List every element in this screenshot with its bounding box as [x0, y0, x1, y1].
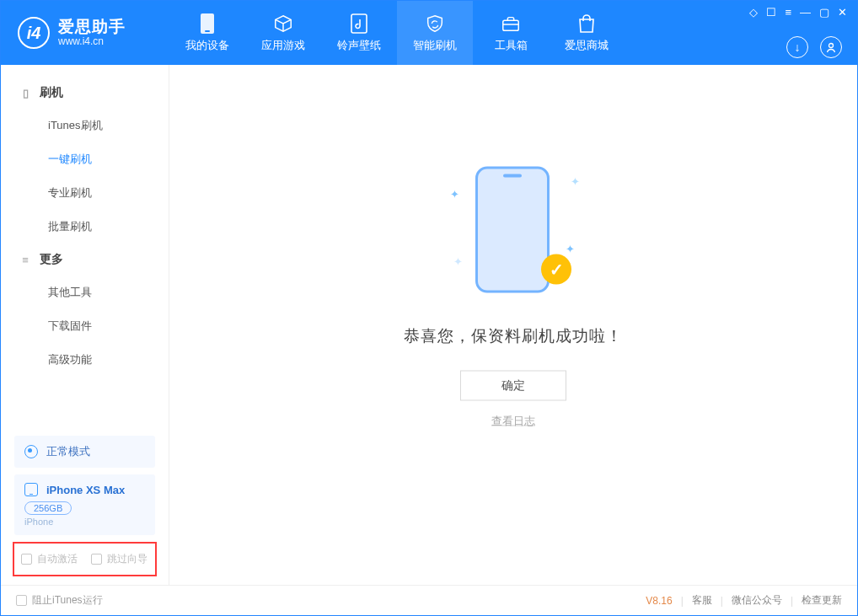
- nav-label: 应用游戏: [261, 38, 305, 53]
- ok-button[interactable]: 确定: [460, 371, 566, 401]
- music-file-icon: [349, 13, 369, 34]
- phone-icon: [197, 13, 217, 34]
- sidebar-item-advanced[interactable]: 高级功能: [1, 343, 169, 377]
- downloads-icon[interactable]: ↓: [786, 36, 808, 58]
- skip-guide-checkbox[interactable]: 跳过向导: [91, 552, 147, 566]
- feedback-icon[interactable]: ☐: [766, 6, 776, 19]
- device-capacity: 256GB: [24, 501, 72, 515]
- footer-right: V8.16 | 客服 | 微信公众号 | 检查更新: [646, 593, 842, 608]
- view-log-link[interactable]: 查看日志: [491, 415, 535, 429]
- shield-refresh-icon: [425, 13, 445, 34]
- toolbox-icon: [501, 13, 521, 34]
- account-icon[interactable]: [820, 36, 842, 58]
- sidebar-group-label: 更多: [40, 252, 63, 267]
- checkbox-label: 自动激活: [37, 552, 78, 566]
- sparkle-icon: ✦: [453, 255, 463, 268]
- nav-apps-games[interactable]: 应用游戏: [245, 1, 321, 65]
- auto-activate-checkbox[interactable]: 自动激活: [21, 552, 78, 566]
- nav-label: 铃声壁纸: [337, 38, 381, 53]
- sidebar-group-flash: ▯ 刷机: [1, 77, 169, 109]
- success-illustration: ✦ ✦ ✦ ✦ ✓: [450, 158, 576, 302]
- sidebar: ▯ 刷机 iTunes刷机 一键刷机 专业刷机 批量刷机 ≡ 更多 其他工具 下…: [1, 65, 169, 585]
- separator: |: [721, 595, 723, 607]
- nav-ringtones-wallpapers[interactable]: 铃声壁纸: [321, 1, 397, 65]
- app-body: ▯ 刷机 iTunes刷机 一键刷机 专业刷机 批量刷机 ≡ 更多 其他工具 下…: [1, 65, 857, 585]
- phone-illustration-icon: [475, 167, 550, 293]
- device-mode-label: 正常模式: [46, 444, 90, 459]
- app-name: 爱思助手: [58, 19, 126, 35]
- maximize-icon[interactable]: ▢: [819, 6, 829, 19]
- device-mode-box[interactable]: 正常模式: [14, 436, 155, 468]
- nav-smart-flash[interactable]: 智能刷机: [397, 1, 473, 65]
- sidebar-item-batch-flash[interactable]: 批量刷机: [1, 210, 169, 244]
- svg-rect-1: [205, 30, 210, 32]
- sidebar-item-pro-flash[interactable]: 专业刷机: [1, 176, 169, 210]
- block-itunes-checkbox[interactable]: 阻止iTunes运行: [16, 593, 103, 608]
- mode-indicator-icon: [24, 445, 38, 458]
- minimize-icon[interactable]: —: [800, 6, 811, 19]
- device-info-box[interactable]: iPhone XS Max 256GB iPhone: [14, 474, 155, 535]
- main-content: ✦ ✦ ✦ ✦ ✓ 恭喜您，保资料刷机成功啦！ 确定 查看日志: [169, 65, 857, 585]
- skin-icon[interactable]: ◇: [749, 6, 758, 19]
- nav-store[interactable]: 爱思商城: [549, 1, 625, 65]
- menu-icon[interactable]: ≡: [785, 6, 791, 19]
- nav-label: 工具箱: [495, 38, 528, 53]
- nav-toolbox[interactable]: 工具箱: [473, 1, 549, 65]
- sparkle-icon: ✦: [450, 188, 459, 201]
- nav-my-device[interactable]: 我的设备: [169, 1, 245, 65]
- footer-link-update[interactable]: 检查更新: [802, 593, 842, 608]
- device-outline-icon: ▯: [19, 87, 31, 99]
- logo-icon: i4: [18, 17, 50, 49]
- app-header: i4 爱思助手 www.i4.cn 我的设备 应用游戏 铃声壁纸: [1, 1, 857, 65]
- sidebar-item-download-firmware[interactable]: 下载固件: [1, 309, 169, 343]
- separator: |: [791, 595, 793, 607]
- device-type: iPhone: [24, 517, 145, 527]
- nav-label: 我的设备: [185, 38, 229, 53]
- nav-label: 智能刷机: [413, 38, 457, 53]
- logo-block: i4 爱思助手 www.i4.cn: [1, 17, 169, 49]
- check-badge-icon: ✓: [541, 254, 571, 285]
- checkbox-label: 阻止iTunes运行: [32, 593, 103, 608]
- success-panel: ✦ ✦ ✦ ✦ ✓ 恭喜您，保资料刷机成功啦！ 确定 查看日志: [404, 158, 623, 429]
- sparkle-icon: ✦: [566, 243, 575, 255]
- svg-rect-3: [503, 20, 518, 30]
- bag-icon: [576, 13, 597, 34]
- window-controls: ◇ ☐ ≡ — ▢ ✕: [749, 6, 847, 19]
- highlighted-options-box: 自动激活 跳过向导: [13, 542, 157, 576]
- success-message: 恭喜您，保资料刷机成功啦！: [404, 325, 623, 347]
- sparkle-icon: ✦: [571, 175, 580, 188]
- sidebar-item-itunes-flash[interactable]: iTunes刷机: [1, 109, 169, 142]
- list-icon: ≡: [19, 254, 31, 265]
- app-url: www.i4.cn: [58, 35, 126, 47]
- checkbox-icon: [91, 554, 102, 565]
- checkbox-icon: [16, 595, 27, 606]
- checkbox-icon: [21, 554, 32, 565]
- cube-icon: [273, 13, 293, 34]
- close-icon[interactable]: ✕: [838, 6, 847, 19]
- sidebar-group-more: ≡ 更多: [1, 244, 169, 276]
- sidebar-group-label: 刷机: [40, 85, 63, 100]
- footer-link-wechat[interactable]: 微信公众号: [732, 593, 782, 608]
- svg-rect-2: [351, 14, 367, 33]
- footer-link-support[interactable]: 客服: [692, 593, 712, 608]
- top-nav: 我的设备 应用游戏 铃声壁纸 智能刷机 工具箱: [169, 1, 625, 65]
- header-right-icons: ↓: [786, 36, 842, 58]
- svg-point-4: [829, 44, 834, 48]
- device-icon: [24, 483, 38, 496]
- device-name: iPhone XS Max: [46, 484, 125, 496]
- version-label: V8.16: [646, 595, 672, 607]
- status-bar: 阻止iTunes运行 V8.16 | 客服 | 微信公众号 | 检查更新: [1, 585, 857, 615]
- checkbox-label: 跳过向导: [107, 552, 147, 566]
- separator: |: [681, 595, 684, 607]
- sidebar-bottom: 正常模式 iPhone XS Max 256GB iPhone 自动激活 跳过向…: [1, 429, 169, 585]
- nav-label: 爱思商城: [565, 38, 609, 53]
- sidebar-item-other-tools[interactable]: 其他工具: [1, 276, 169, 309]
- sidebar-item-oneclick-flash[interactable]: 一键刷机: [1, 142, 169, 176]
